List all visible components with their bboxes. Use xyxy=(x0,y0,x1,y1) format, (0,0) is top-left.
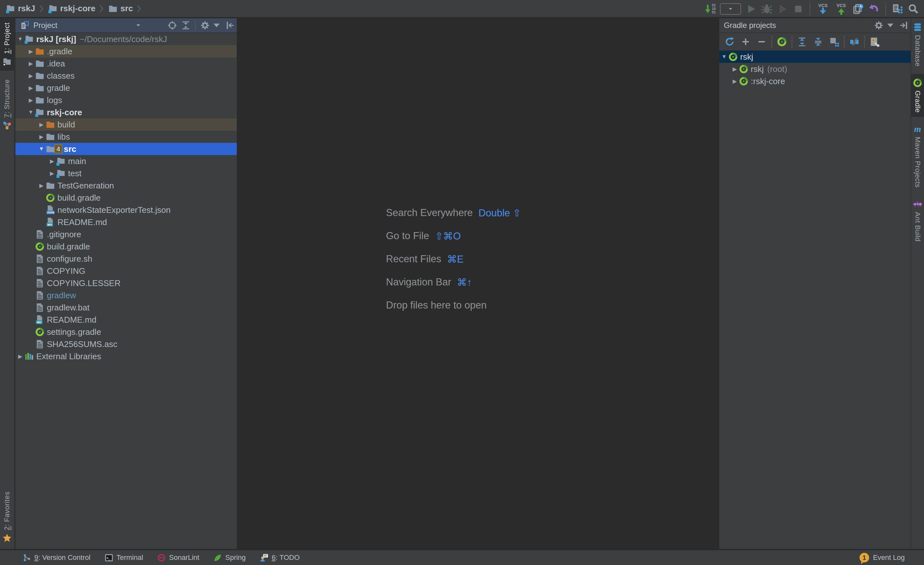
status-bar-tool-button[interactable]: Spring xyxy=(213,553,246,562)
detach-project-button[interactable] xyxy=(754,37,769,47)
attach-project-button[interactable] xyxy=(738,37,753,47)
tree-expand-arrow[interactable]: ▶ xyxy=(27,60,35,67)
database-icon xyxy=(913,23,922,32)
stop-button[interactable] xyxy=(792,3,804,15)
debug-button[interactable] xyxy=(761,3,772,15)
project-tree-row[interactable]: gradlew.bat xyxy=(15,301,237,314)
project-tree-row[interactable]: ▶ logs xyxy=(15,94,237,106)
status-bar-tool-button[interactable]: SonarLint xyxy=(157,553,199,562)
project-tree-row[interactable]: COPYING.LESSER xyxy=(15,277,237,289)
folder-icon xyxy=(45,132,55,141)
vcs-update-button[interactable]: VCS xyxy=(816,2,830,17)
project-tree-row[interactable]: gradlew xyxy=(15,289,237,301)
project-tree-row[interactable]: COPYING xyxy=(15,265,237,277)
status-bar-tool-button[interactable]: 6: TODO xyxy=(260,553,300,562)
breadcrumb-item[interactable]: rskj-core xyxy=(48,3,108,14)
event-log-button[interactable]: 1 Event Log xyxy=(860,553,905,562)
project-tree-row[interactable]: build.gradle xyxy=(15,240,237,252)
tree-expand-arrow[interactable]: ▼ xyxy=(27,109,35,116)
project-tree-row[interactable]: ▶ libs xyxy=(15,131,237,143)
project-tree-row[interactable]: build.gradle xyxy=(15,192,237,204)
hide-panel-button[interactable] xyxy=(225,21,235,30)
tool-window-tab[interactable]: Database xyxy=(911,18,924,71)
gradle-tree-row[interactable]: ▶ rskj (root) xyxy=(719,63,910,75)
tool-window-tab[interactable]: 2: Favorites xyxy=(0,487,14,547)
refresh-gradle-button[interactable] xyxy=(723,37,736,47)
svg-text:MD: MD xyxy=(37,321,42,324)
project-tree-row[interactable]: SHA256SUMS.asc xyxy=(15,338,237,350)
vcs-commit-button[interactable]: VCS xyxy=(834,2,848,17)
run-gradle-task-button[interactable] xyxy=(775,37,789,47)
project-tree-row[interactable]: JSON networkStateExporterTest.json xyxy=(15,204,237,216)
project-tree: ▼ rskJ [rskj] ~/Documents/code/rskJ ▶ .g… xyxy=(15,33,237,362)
breadcrumb-item[interactable]: rskJ xyxy=(6,3,48,14)
tree-expand-arrow[interactable]: ▶ xyxy=(16,353,24,360)
project-tree-row[interactable]: settings.gradle xyxy=(15,326,237,338)
project-tree-row[interactable]: ▶ TestGeneration xyxy=(15,179,237,192)
tree-expand-arrow[interactable]: ▶ xyxy=(37,182,45,189)
tree-expand-arrow[interactable]: ▶ xyxy=(730,66,739,72)
project-structure-button[interactable] xyxy=(892,3,903,15)
project-tree-row[interactable]: MD README.md xyxy=(15,216,237,228)
gradle-tree-row[interactable]: ▼ rskj xyxy=(719,51,910,63)
tree-expand-arrow[interactable]: ▶ xyxy=(37,121,45,128)
local-history-button[interactable] xyxy=(852,3,864,15)
project-tree-row[interactable]: .gitignore xyxy=(15,228,237,240)
tree-expand-arrow[interactable]: ▶ xyxy=(48,170,56,177)
run-with-coverage-button[interactable] xyxy=(777,3,788,15)
tree-expand-arrow[interactable]: ▶ xyxy=(27,48,35,55)
project-tree-row[interactable]: ▶ build xyxy=(15,119,237,131)
project-tree-row[interactable]: ▶ classes xyxy=(15,70,237,82)
tree-item-label: :rskj-core xyxy=(751,77,785,86)
collapse-all-button[interactable] xyxy=(811,37,825,47)
rollback-button[interactable] xyxy=(868,3,880,15)
project-tree-row[interactable]: ▼ rskJ [rskj] ~/Documents/code/rskJ xyxy=(15,33,237,45)
tree-expand-arrow[interactable]: ▶ xyxy=(37,134,45,140)
project-tree-row[interactable]: ▶ test xyxy=(15,167,237,179)
tool-window-tab[interactable]: Ant Build xyxy=(911,195,924,246)
tree-expand-arrow[interactable]: ▼ xyxy=(37,146,45,152)
tool-window-tab[interactable]: Gradle xyxy=(911,74,924,117)
tree-expand-arrow[interactable]: ▼ xyxy=(16,36,24,42)
breadcrumb-chevron-icon xyxy=(39,3,44,14)
tree-expand-arrow[interactable]: ▶ xyxy=(27,97,35,104)
project-tree-row[interactable]: ▶ .gradle xyxy=(15,45,237,57)
tool-window-tab[interactable]: 7: Structure xyxy=(0,75,14,135)
tree-expand-arrow[interactable]: ▼ xyxy=(720,54,728,60)
collapse-all-button[interactable] xyxy=(181,21,190,30)
tool-window-tab[interactable]: 1: Project xyxy=(0,18,14,71)
settings-gear-button[interactable] xyxy=(200,21,210,30)
project-tree-row[interactable]: ▶ main xyxy=(15,155,237,167)
project-tree-row[interactable]: ▼ 4 src xyxy=(15,143,237,155)
tree-expand-arrow[interactable]: ▶ xyxy=(730,78,739,85)
project-tree-row[interactable]: ▶ gradle xyxy=(15,82,237,94)
expand-all-button[interactable] xyxy=(795,37,809,47)
breadcrumb-item[interactable]: src xyxy=(108,3,146,14)
gradle-settings-button[interactable] xyxy=(867,37,882,47)
gradle-tree-row[interactable]: ▶ :rskj-core xyxy=(719,75,910,87)
locate-file-button[interactable] xyxy=(168,21,177,30)
project-tree-row[interactable]: MD README.md xyxy=(15,314,237,326)
svg-text:m: m xyxy=(914,124,921,134)
status-bar-tool-button[interactable]: >_ Terminal xyxy=(105,553,143,562)
status-bar-tool-button[interactable]: 9: Version Control xyxy=(22,553,90,562)
project-tree-row[interactable]: configure.sh xyxy=(15,252,237,265)
tree-expand-arrow[interactable]: ▶ xyxy=(27,72,35,79)
shortcut-action-label: Go to File xyxy=(386,230,429,242)
toggle-offline-mode-button[interactable] xyxy=(848,37,861,47)
search-everywhere-button[interactable] xyxy=(908,3,919,15)
tree-expand-arrow[interactable]: ▶ xyxy=(27,85,35,92)
tool-window-tab[interactable]: m Maven Projects xyxy=(911,120,924,192)
project-tree-row[interactable]: ▶ External Libraries xyxy=(15,350,237,362)
project-tree-row[interactable]: ▶ .idea xyxy=(15,57,237,70)
hide-panel-button[interactable] xyxy=(899,21,909,30)
run-configuration-combo[interactable] xyxy=(720,3,741,15)
fetch-binary-button[interactable]: 011001 xyxy=(705,3,716,15)
settings-gear-button[interactable] xyxy=(874,21,884,30)
caret-down-icon[interactable] xyxy=(135,23,141,28)
run-button[interactable] xyxy=(745,3,757,15)
project-tree-row[interactable]: ▼ rskj-core xyxy=(15,106,237,119)
show-dependencies-button[interactable] xyxy=(827,37,841,47)
green-down-arrow-icon xyxy=(705,3,711,15)
tree-expand-arrow[interactable]: ▶ xyxy=(48,158,56,165)
